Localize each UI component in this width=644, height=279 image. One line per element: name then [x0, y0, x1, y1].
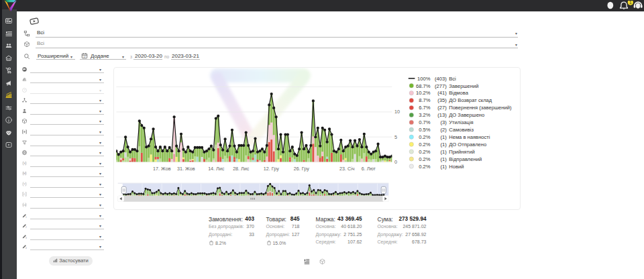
svg-text:10: 10 — [394, 109, 400, 115]
svg-text:68.7%: 68.7% — [416, 83, 431, 89]
svg-text:(1): (1) — [440, 164, 447, 170]
svg-text:?: ? — [23, 89, 25, 91]
svg-text:(403): (403) — [435, 76, 447, 82]
svg-text:ДО Отправлено: ДО Отправлено — [449, 142, 486, 148]
svg-text:0.2%: 0.2% — [419, 142, 431, 148]
svg-text:2: 2 — [25, 226, 27, 229]
svg-text:0.2%: 0.2% — [419, 164, 431, 170]
svg-text:0.7%: 0.7% — [419, 119, 431, 125]
svg-text:(2): (2) — [440, 127, 447, 133]
svg-text:Відмова: Відмова — [449, 91, 469, 97]
svg-text:0.2%: 0.2% — [419, 156, 431, 162]
svg-text:Нема в наявності: Нема в наявності — [449, 134, 490, 140]
svg-text:17. Жов: 17. Жов — [153, 166, 171, 172]
svg-text:23. Січ: 23. Січ — [339, 166, 355, 172]
svg-text:0.2%: 0.2% — [419, 149, 431, 155]
svg-text:10.2%: 10.2% — [416, 91, 431, 97]
svg-text:(1): (1) — [440, 142, 447, 148]
svg-text:(41): (41) — [437, 91, 447, 97]
svg-text:(3): (3) — [440, 119, 447, 125]
svg-text:12. Гру: 12. Гру — [263, 166, 278, 172]
svg-text:(1): (1) — [440, 149, 447, 155]
svg-text:0: 0 — [394, 159, 397, 165]
svg-text:C6: C6 — [23, 204, 25, 207]
svg-text:1: 1 — [25, 216, 27, 219]
svg-text:(35): (35) — [437, 98, 447, 104]
svg-text:Прийнятий: Прийнятий — [449, 149, 474, 155]
svg-text:100%: 100% — [417, 76, 431, 82]
svg-text:1: 1 — [629, 1, 632, 5]
svg-text:26. Гру: 26. Гру — [293, 166, 309, 172]
svg-text:Самовивіз: Самовивіз — [449, 127, 474, 133]
svg-text:Утилізація: Утилізація — [449, 119, 474, 125]
svg-text:ДО Возврат склад: ДО Возврат склад — [449, 98, 492, 104]
svg-text:3: 3 — [25, 237, 27, 239]
svg-text:0.5%: 0.5% — [419, 127, 431, 133]
svg-text:Всі: Всі — [449, 76, 456, 82]
svg-text:C: C — [23, 192, 25, 196]
svg-text:Завершений: Завершений — [449, 83, 478, 89]
svg-text:28. Лис: 28. Лис — [233, 166, 250, 172]
svg-text:Новий: Новий — [449, 164, 464, 170]
svg-text:4: 4 — [25, 247, 27, 249]
svg-text:5: 5 — [394, 134, 397, 140]
svg-text:31. Жов: 31. Жов — [177, 166, 195, 172]
svg-text:(27): (27) — [437, 105, 447, 111]
svg-text:ДО Завершено: ДО Завершено — [449, 113, 484, 119]
svg-text:6. Лют: 6. Лют — [361, 166, 376, 172]
svg-text:0.2%: 0.2% — [419, 134, 431, 140]
svg-text:S: S — [23, 161, 25, 164]
svg-text:(1): (1) — [440, 156, 447, 162]
svg-text:T: T — [23, 182, 25, 185]
svg-text:Відправлений: Відправлений — [449, 156, 482, 162]
svg-text:M: M — [23, 172, 26, 175]
svg-text:6.7%: 6.7% — [419, 105, 431, 111]
svg-text:Повернення (завершений): Повернення (завершений) — [449, 105, 512, 111]
svg-text:3.2%: 3.2% — [419, 113, 431, 119]
svg-text:(1): (1) — [440, 134, 447, 140]
svg-text:(277): (277) — [435, 83, 447, 89]
svg-text:14. Лис: 14. Лис — [208, 166, 225, 172]
svg-text:8.7%: 8.7% — [419, 98, 431, 104]
svg-text:(13): (13) — [437, 113, 447, 119]
